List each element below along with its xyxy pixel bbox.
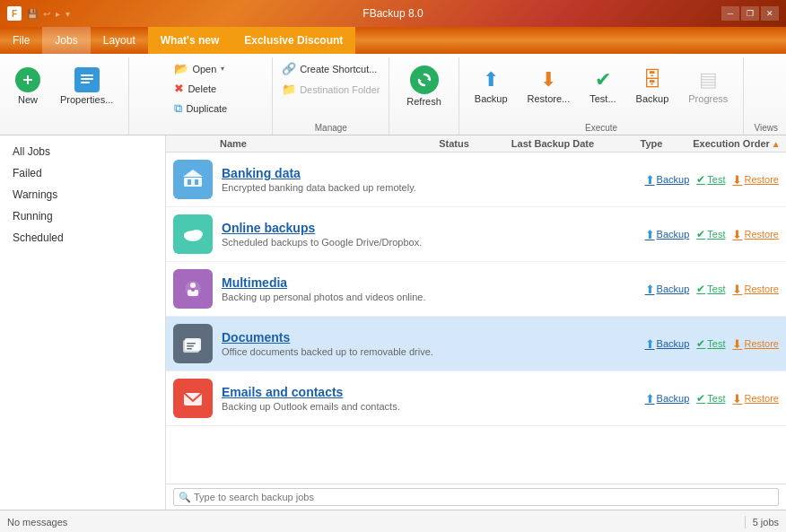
menu-jobs[interactable]: Jobs bbox=[42, 27, 90, 54]
window-controls: ─ ❐ ✕ bbox=[721, 6, 779, 21]
job-info-emails: Emails and contacts Backing up Outlook e… bbox=[222, 385, 645, 412]
delete-button[interactable]: ✖ Delete bbox=[168, 79, 233, 98]
job-desc-online: Scheduled backups to Google Drive/Dropbo… bbox=[222, 237, 645, 248]
job-actions-emails: ⬆ Backup ✔ Test ⬇ Restore bbox=[645, 392, 779, 406]
backup-action-emails[interactable]: ⬆ Backup bbox=[645, 392, 690, 406]
backup-icon: ⬆ bbox=[483, 68, 499, 92]
backup-button[interactable]: ⬆ Backup bbox=[467, 59, 516, 113]
backup2-button[interactable]: 🗄 Backup bbox=[628, 59, 677, 113]
menu-exclusive-discount[interactable]: Exclusive Discount bbox=[231, 27, 355, 54]
progress-button[interactable]: ▤ Progress bbox=[680, 59, 736, 113]
svg-point-15 bbox=[190, 283, 196, 288]
job-item-documents[interactable]: Documents Office documents backed up to … bbox=[166, 317, 786, 371]
test-action-multimedia[interactable]: ✔ Test bbox=[696, 283, 725, 295]
main-layout: All Jobs Failed Warnings Running Schedul… bbox=[0, 135, 786, 510]
sidebar-item-scheduled[interactable]: Scheduled bbox=[0, 227, 165, 249]
sidebar-item-running[interactable]: Running bbox=[0, 205, 165, 227]
job-actions-online: ⬆ Backup ✔ Test ⬇ Restore bbox=[645, 228, 779, 241]
backup-action-documents[interactable]: ⬆ Backup bbox=[645, 337, 690, 351]
restore-button[interactable]: ❐ bbox=[741, 6, 759, 21]
menu-bar: File Jobs Layout What's new Exclusive Di… bbox=[0, 27, 786, 54]
close-button[interactable]: ✕ bbox=[761, 6, 779, 21]
ribbon-group-manage: 📂 Open ▾ ✖ Delete ⧉ Duplicate bbox=[129, 57, 273, 135]
quick-access-dropdown[interactable]: ▾ bbox=[66, 9, 70, 19]
test-button[interactable]: ✔ Test... bbox=[581, 59, 624, 113]
job-desc-banking: Encrypted banking data backed up remotel… bbox=[222, 182, 645, 193]
quick-access-1[interactable]: 💾 bbox=[27, 9, 38, 19]
menu-layout[interactable]: Layout bbox=[91, 27, 148, 54]
restore-action-documents[interactable]: ⬇ Restore bbox=[732, 337, 779, 351]
test-action-documents[interactable]: ✔ Test bbox=[696, 337, 725, 350]
sidebar-item-failed[interactable]: Failed bbox=[0, 162, 165, 184]
job-actions-documents: ⬆ Backup ✔ Test ⬇ Restore bbox=[645, 337, 779, 351]
backup-arrow-icon-3: ⬆ bbox=[645, 283, 655, 296]
svg-rect-9 bbox=[188, 179, 191, 185]
job-item-multimedia[interactable]: Multimedia Backing up personal photos an… bbox=[166, 262, 786, 317]
test-check-icon-2: ✔ bbox=[696, 228, 705, 240]
sidebar: All Jobs Failed Warnings Running Schedul… bbox=[0, 135, 166, 510]
restore-action-emails[interactable]: ⬇ Restore bbox=[732, 392, 779, 406]
refresh-button[interactable]: Refresh bbox=[398, 59, 450, 113]
create-shortcut-button[interactable]: 🔗 Create Shortcut... bbox=[275, 59, 383, 78]
test-action-emails[interactable]: ✔ Test bbox=[696, 392, 725, 405]
svg-rect-22 bbox=[187, 348, 192, 350]
quick-access-3[interactable]: ▸ bbox=[56, 9, 60, 19]
menu-file[interactable]: File bbox=[0, 27, 42, 54]
restore-action-multimedia[interactable]: ⬇ Restore bbox=[732, 283, 779, 296]
sidebar-item-all-jobs[interactable]: All Jobs bbox=[0, 141, 165, 162]
create-shortcut-icon: 🔗 bbox=[282, 62, 296, 75]
svg-rect-2 bbox=[81, 74, 93, 76]
backup-action-banking[interactable]: ⬆ Backup bbox=[645, 173, 690, 187]
quick-access-2[interactable]: ↩ bbox=[43, 9, 50, 19]
duplicate-button[interactable]: ⧉ Duplicate bbox=[168, 99, 233, 118]
search-wrapper: 🔍 bbox=[173, 488, 779, 506]
new-icon bbox=[15, 67, 40, 92]
open-button[interactable]: 📂 Open ▾ bbox=[168, 59, 233, 78]
job-name-emails: Emails and contacts bbox=[222, 385, 645, 399]
svg-rect-4 bbox=[81, 82, 90, 83]
job-item-banking[interactable]: Banking data Encrypted banking data back… bbox=[166, 153, 786, 207]
job-name-banking: Banking data bbox=[222, 166, 645, 180]
job-info-documents: Documents Office documents backed up to … bbox=[222, 330, 645, 357]
backup-arrow-icon-5: ⬆ bbox=[645, 392, 655, 406]
ribbon-group-shortcut: 🔗 Create Shortcut... 📁 Destination Folde… bbox=[273, 57, 389, 135]
refresh-icon bbox=[410, 65, 439, 94]
search-bar: 🔍 bbox=[166, 484, 786, 510]
restore-arrow-icon-3: ⬇ bbox=[732, 283, 742, 296]
search-input[interactable] bbox=[173, 488, 779, 506]
svg-rect-10 bbox=[195, 179, 198, 185]
job-icon-documents bbox=[173, 324, 213, 363]
restore-arrow-icon-4: ⬇ bbox=[732, 337, 742, 351]
sidebar-item-warnings[interactable]: Warnings bbox=[0, 184, 165, 205]
job-icon-banking bbox=[173, 160, 213, 199]
job-list: Banking data Encrypted banking data back… bbox=[166, 153, 786, 484]
job-item-online[interactable]: Online backups Scheduled backups to Goog… bbox=[166, 207, 786, 262]
svg-rect-7 bbox=[184, 178, 202, 187]
job-item-emails[interactable]: Emails and contacts Backing up Outlook e… bbox=[166, 371, 786, 426]
restore-action-online[interactable]: ⬇ Restore bbox=[732, 228, 779, 241]
progress-icon: ▤ bbox=[699, 68, 718, 92]
test-check-icon: ✔ bbox=[696, 173, 705, 186]
backup-action-multimedia[interactable]: ⬆ Backup bbox=[645, 283, 690, 296]
job-info-banking: Banking data Encrypted banking data back… bbox=[222, 166, 645, 193]
restore-action-banking[interactable]: ⬇ Restore bbox=[732, 173, 779, 187]
backup2-icon: 🗄 bbox=[642, 68, 662, 92]
restore-button[interactable]: ⬇ Restore... bbox=[520, 59, 579, 113]
svg-rect-21 bbox=[187, 345, 194, 347]
job-desc-documents: Office documents backed up to removable … bbox=[222, 346, 645, 357]
col-last-backup: Last Backup Date bbox=[490, 138, 616, 149]
destination-folder-button[interactable]: 📁 Destination Folder bbox=[275, 80, 386, 99]
svg-marker-8 bbox=[183, 170, 203, 177]
new-button[interactable]: New bbox=[7, 59, 48, 113]
properties-button[interactable]: Properties... bbox=[52, 59, 121, 113]
restore-arrow-icon: ⬇ bbox=[732, 173, 742, 187]
test-action-online[interactable]: ✔ Test bbox=[696, 228, 725, 240]
restore-icon: ⬇ bbox=[540, 68, 556, 92]
backup-action-online[interactable]: ⬆ Backup bbox=[645, 228, 690, 241]
menu-whats-new[interactable]: What's new bbox=[148, 27, 232, 54]
job-actions-multimedia: ⬆ Backup ✔ Test ⬇ Restore bbox=[645, 283, 779, 296]
minimize-button[interactable]: ─ bbox=[721, 6, 739, 21]
ribbon-group-execute: ⬆ Backup ⬇ Restore... ✔ Test... 🗄 Backup… bbox=[459, 57, 744, 135]
test-action-banking[interactable]: ✔ Test bbox=[696, 173, 725, 186]
job-name-documents: Documents bbox=[222, 330, 645, 344]
